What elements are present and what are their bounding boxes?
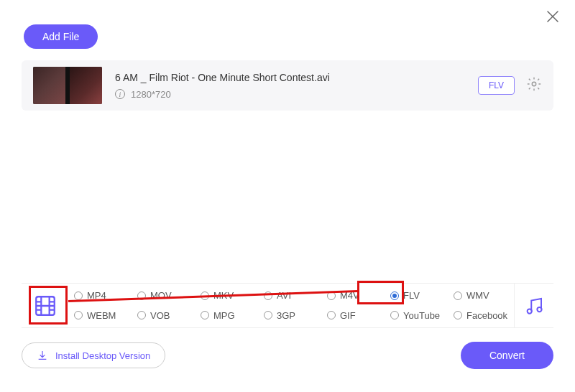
radio-icon — [390, 311, 399, 319]
format-label: Facebook — [466, 310, 507, 321]
file-resolution: 1280*720 — [131, 89, 171, 100]
format-option-m4v[interactable]: M4V — [327, 290, 387, 301]
radio-icon — [74, 311, 83, 319]
radio-icon — [327, 291, 336, 300]
format-option-flv[interactable]: FLV — [390, 290, 451, 301]
format-label: WEBM — [87, 310, 116, 321]
file-title: 6 AM _ Film Riot - One Minute Short Cont… — [115, 72, 478, 83]
format-label: MPG — [213, 310, 235, 321]
radio-icon — [137, 311, 146, 319]
format-option-facebook[interactable]: Facebook — [454, 310, 514, 321]
format-option-vob[interactable]: VOB — [137, 310, 198, 321]
format-option-3gp[interactable]: 3GP — [264, 310, 324, 321]
format-option-youtube[interactable]: YouTube — [390, 310, 451, 321]
svg-point-0 — [532, 82, 536, 86]
add-file-button[interactable]: Add File — [24, 24, 98, 49]
radio-icon — [390, 291, 399, 300]
radio-icon — [454, 311, 462, 319]
close-icon[interactable] — [546, 10, 559, 26]
radio-icon — [264, 291, 272, 300]
format-option-webm[interactable]: WEBM — [74, 310, 134, 321]
format-option-mpg[interactable]: MPG — [201, 310, 261, 321]
install-desktop-label: Install Desktop Version — [55, 350, 150, 361]
radio-icon — [74, 291, 83, 300]
svg-point-2 — [528, 309, 532, 313]
format-option-wmv[interactable]: WMV — [454, 290, 514, 301]
format-label: GIF — [340, 310, 356, 321]
file-card: 6 AM _ Film Riot - One Minute Short Cont… — [22, 60, 553, 111]
format-label: YouTube — [403, 310, 440, 321]
radio-icon — [327, 311, 336, 319]
radio-icon — [201, 311, 209, 319]
format-label: WMV — [466, 290, 489, 301]
format-option-avi[interactable]: AVI — [264, 290, 324, 301]
info-icon[interactable]: i — [115, 89, 125, 99]
format-label: MOV — [150, 290, 172, 301]
format-option-mp4[interactable]: MP4 — [74, 290, 134, 301]
format-option-mov[interactable]: MOV — [137, 290, 198, 301]
format-label: M4V — [340, 290, 359, 301]
radio-icon — [264, 311, 272, 319]
format-label: MP4 — [87, 290, 106, 301]
format-label: FLV — [403, 290, 420, 301]
format-label: AVI — [277, 290, 291, 301]
radio-icon — [137, 291, 146, 300]
install-desktop-button[interactable]: Install Desktop Version — [22, 342, 165, 368]
format-label: MKV — [213, 290, 234, 301]
format-label: VOB — [150, 310, 170, 321]
svg-point-3 — [537, 307, 541, 311]
download-icon — [37, 350, 48, 361]
format-option-mkv[interactable]: MKV — [201, 290, 261, 301]
format-bar: MP4MOVMKVAVIM4VFLVWMVWEBMVOBMPG3GPGIFYou… — [22, 283, 553, 328]
gear-icon[interactable] — [526, 76, 542, 95]
format-label: 3GP — [277, 310, 295, 321]
radio-icon — [454, 291, 462, 300]
audio-tab[interactable] — [514, 284, 553, 327]
format-option-gif[interactable]: GIF — [327, 310, 387, 321]
convert-button[interactable]: Convert — [461, 342, 553, 369]
video-thumbnail[interactable] — [33, 67, 102, 104]
video-tab[interactable] — [22, 284, 68, 327]
output-format-button[interactable]: FLV — [478, 76, 515, 95]
radio-icon — [201, 291, 209, 300]
